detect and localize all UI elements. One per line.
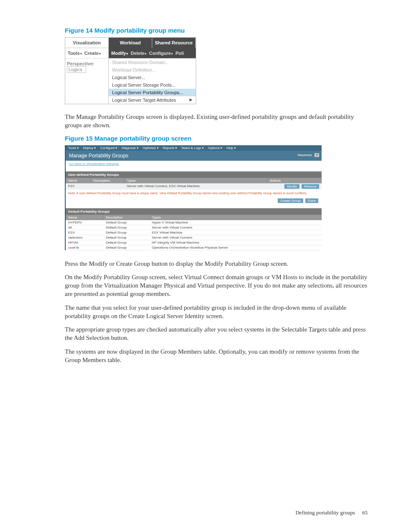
policy-menu-truncated[interactable]: Poli	[175, 50, 184, 57]
menu-tools[interactable]: Tools ▾	[68, 146, 79, 150]
dd-workload-definition[interactable]: Workload Definition...	[109, 66, 196, 74]
perspective-row: Perspective: Logica	[65, 59, 108, 76]
paragraph-1: The Manage Portability Groups screen is …	[65, 113, 368, 130]
cell-desc: Default Group	[103, 235, 149, 240]
fig15-titlebar: Manage Portability Groups Maximize ?	[66, 151, 322, 161]
cell-actions: Modify Remove	[267, 183, 322, 190]
fig14-right-toolbar: Modify▾ Delete▾ Configure▾ Poli	[109, 48, 196, 59]
cell-desc: Default Group	[103, 220, 149, 225]
paragraph-2: Press the Modify or Create Group button …	[65, 260, 368, 268]
create-group-button[interactable]: Create Group	[278, 198, 303, 203]
user-table-header: Name Description Types Actions	[66, 178, 322, 183]
cell-types: Server with Virtual Connect	[149, 225, 322, 230]
footer-section: Defining portability groups	[295, 509, 355, 516]
caret-down-icon: ▾	[145, 52, 146, 56]
caret-down-icon: ▾	[80, 52, 82, 56]
col-types: Types	[124, 178, 267, 183]
cell-name: oowf-tk	[66, 245, 103, 250]
menu-reports[interactable]: Reports ▾	[163, 146, 177, 150]
cell-desc	[91, 183, 124, 190]
tab-visualization[interactable]: Visualization	[65, 38, 109, 48]
dd-logical-server-target-attributes[interactable]: Logical Server Target Attributes ▶	[109, 96, 196, 104]
menu-configure[interactable]: Configure ▾	[100, 146, 118, 150]
cell-name: racknserv	[66, 235, 103, 240]
cell-desc: Default Group	[103, 230, 149, 235]
col-name: Name	[66, 215, 103, 220]
dd-logical-server[interactable]: Logical Server...	[109, 74, 196, 81]
default-row: oowf-tk Default Group Operations Orchest…	[66, 245, 322, 250]
paragraph-3: On the Modify Portability Group screen, …	[65, 273, 368, 298]
help-icon[interactable]: ?	[315, 153, 319, 157]
default-row: ESX Default Group ESX Virtual Machine	[66, 230, 322, 235]
cell-types: HP Integrity VM Virtual Machine	[149, 240, 322, 245]
page-title: Manage Portability Groups	[69, 153, 128, 159]
delete-menu[interactable]: Delete▾	[130, 50, 147, 57]
page-footer: Defining portability groups 65	[295, 509, 368, 516]
default-row: All Default Group Server with Virtual Co…	[66, 225, 322, 230]
menu-options[interactable]: Options ▾	[208, 146, 222, 150]
paragraph-6: The systems are now displayed in the Gro…	[65, 347, 368, 365]
caret-down-icon: ▾	[171, 52, 173, 56]
cell-name: HYPERV	[66, 220, 103, 225]
cell-types: Operations Orchestration Workflow Physic…	[149, 245, 322, 250]
perspective-field[interactable]: Logica	[67, 66, 86, 73]
go-back-link[interactable]: Go back to Virtualization Manager	[66, 161, 322, 167]
default-section-header: Default Portability Groups	[66, 208, 322, 215]
tools-menu[interactable]: Tools▾	[67, 50, 82, 57]
cell-name: All	[66, 225, 103, 230]
configure-menu[interactable]: Configure▾	[148, 50, 173, 57]
default-row: racknserv Default Group Server with Virt…	[66, 235, 322, 240]
dd-item-label: Logical Server Target Attributes	[112, 98, 176, 103]
figure15-title: Figure 15 Manage portability group scree…	[65, 135, 368, 142]
footer-page-number: 65	[362, 509, 368, 516]
button-row: Create Group Done	[66, 196, 322, 208]
col-description: Description	[91, 178, 124, 183]
tab-workload[interactable]: Workload	[109, 38, 152, 48]
cell-types: Server with Virtual Connect, ESX Virtual…	[124, 183, 267, 190]
cell-types: Server with Virtual Connect	[149, 235, 322, 240]
menu-help[interactable]: Help ▾	[226, 146, 236, 150]
cell-types: ESX Virtual Machine	[149, 230, 322, 235]
done-button[interactable]: Done	[305, 198, 318, 203]
dd-logical-server-storage-pools[interactable]: Logical Server Storage Pools...	[109, 81, 196, 89]
default-table-header: Name Description Types	[66, 215, 322, 220]
cell-name: P2V	[66, 183, 91, 190]
user-defined-row: P2V Server with Virtual Connect, ESX Vir…	[66, 183, 322, 190]
dd-logical-server-portability-groups[interactable]: Logical Server Portability Groups...	[109, 89, 196, 96]
col-description: Description	[103, 215, 149, 220]
menu-optimize[interactable]: Optimize ▾	[143, 146, 159, 150]
menu-diagnose[interactable]: Diagnose ▾	[122, 146, 138, 150]
submenu-caret-icon: ▶	[189, 98, 192, 102]
cell-name: ESX	[66, 230, 103, 235]
figure15-screenshot: Tools ▾ Deploy ▾ Configure ▾ Diagnose ▾ …	[65, 145, 322, 250]
remove-button[interactable]: Remove	[302, 184, 319, 189]
maximize-link[interactable]: Maximize	[298, 153, 312, 157]
cell-types: Hyper-V Virtual Machine	[149, 220, 322, 225]
col-actions: Actions	[267, 178, 322, 183]
user-defined-section-header: User-defined Portability Groups	[66, 171, 322, 178]
menu-tasks-logs[interactable]: Tasks & Logs ▾	[181, 146, 204, 150]
cell-name: HPVM	[66, 240, 103, 245]
default-row: HPVM Default Group HP Integrity VM Virtu…	[66, 240, 322, 245]
figure14-screenshot: Visualization Workload Shared Resource T…	[65, 37, 196, 104]
fig14-tabs: Visualization Workload Shared Resource	[65, 38, 196, 48]
menu-deploy[interactable]: Deploy ▾	[83, 146, 96, 150]
note-text: Note: A user-defined Portability Group m…	[66, 190, 322, 196]
modify-menu[interactable]: Modify▾	[111, 50, 128, 57]
create-menu[interactable]: Create▾	[84, 50, 101, 57]
dd-shared-resource-domain[interactable]: Shared Resource Domain...	[109, 59, 196, 66]
cell-desc: Default Group	[103, 240, 149, 245]
paragraph-5: The appropriate group types are checked …	[65, 325, 368, 342]
paragraph-4: The name that you select for your user-d…	[65, 303, 368, 321]
tab-shared-resource[interactable]: Shared Resource	[152, 38, 196, 48]
cell-desc: Default Group	[103, 225, 149, 230]
caret-down-icon: ▾	[126, 52, 128, 56]
caret-down-icon: ▾	[99, 52, 101, 56]
figure14-title: Figure 14 Modify portability group menu	[65, 27, 368, 34]
cell-desc: Default Group	[103, 245, 149, 250]
modify-dropdown: Shared Resource Domain... Workload Defin…	[109, 59, 196, 104]
modify-button[interactable]: Modify	[284, 184, 299, 189]
fig15-menubar: Tools ▾ Deploy ▾ Configure ▾ Diagnose ▾ …	[66, 145, 322, 151]
fig14-left-toolbar: Tools▾ Create▾	[65, 48, 108, 59]
perspective-label: Perspective:	[67, 61, 94, 66]
